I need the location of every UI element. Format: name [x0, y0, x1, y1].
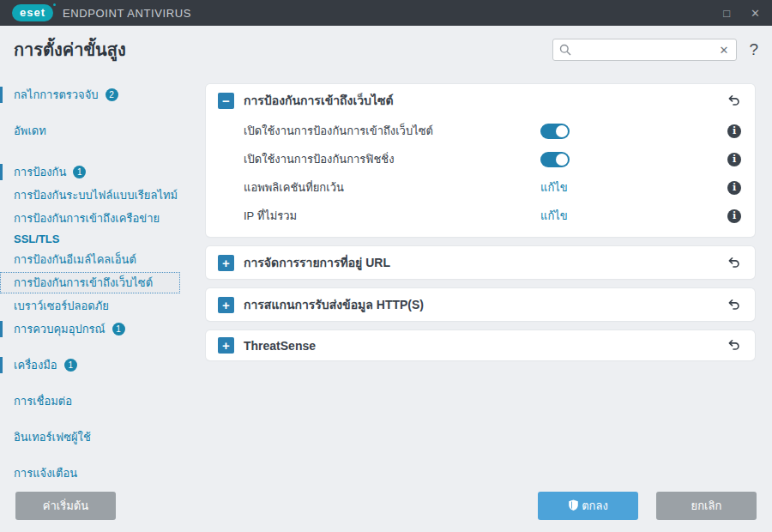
setting-row-enable-antiphishing: เปิดใช้งานการป้องกันการฟิชชิ่ง i: [206, 145, 755, 173]
help-icon[interactable]: ?: [749, 40, 758, 59]
section-title: การจัดการรายการที่อยู่ URL: [244, 253, 390, 272]
info-icon[interactable]: i: [727, 209, 741, 223]
shield-icon: [568, 499, 579, 511]
badge: 1: [112, 323, 125, 336]
section-https-traffic-scanning: + การสแกนการรับส่งข้อมูล HTTP(S): [206, 288, 755, 321]
cancel-button[interactable]: ยกเลิก: [656, 492, 757, 520]
edit-excluded-ips-link[interactable]: แก้ไข: [540, 207, 568, 225]
enable-antiphishing-toggle[interactable]: [540, 152, 570, 167]
revert-icon[interactable]: [727, 338, 741, 353]
enable-web-access-toggle[interactable]: [540, 124, 570, 139]
revert-icon[interactable]: [727, 298, 741, 312]
sidebar-item-realtime-filesystem[interactable]: การป้องกันระบบไฟล์แบบเรียลไทม์: [0, 184, 199, 206]
sidebar-item-label: การป้องกันอีเมล์ไคลเอ็นต์: [14, 253, 136, 266]
sidebar-item-connectivity[interactable]: การเชื่อมต่อ: [0, 390, 199, 412]
expand-icon[interactable]: +: [218, 255, 234, 271]
revert-icon[interactable]: [727, 256, 741, 270]
sidebar-item-detection-engine[interactable]: กลไกการตรวจจับ2: [0, 84, 199, 106]
revert-icon[interactable]: [727, 94, 741, 108]
info-icon[interactable]: i: [727, 124, 741, 138]
section-rows: เปิดใช้งานการป้องกันการเข้าถึงเว็บไซต์ i…: [206, 117, 755, 237]
default-button[interactable]: ค่าเริ่มต้น: [15, 492, 116, 520]
page-title: การตั้งค่าขั้นสูง: [14, 36, 126, 63]
sidebar-item-web-access[interactable]: การป้องกันการเข้าถึงเว็บไซต์: [0, 272, 180, 293]
sidebar-item-label: กลไกการตรวจจับ: [14, 88, 99, 101]
header: การตั้งค่าขั้นสูง ✕ ?: [0, 26, 772, 74]
section-threatsense: + ThreatSense: [206, 330, 755, 360]
edit-excluded-applications-link[interactable]: แก้ไข: [540, 178, 568, 196]
section-title: การสแกนการรับส่งข้อมูล HTTP(S): [244, 295, 424, 314]
sidebar-item-label: เบราว์เซอร์ปลอดภัย: [14, 299, 109, 312]
section-web-access-protection: − การป้องกันการเข้าถึงเว็บไซต์ เปิดใช้งา…: [206, 84, 755, 237]
ok-button-label: ตกลง: [582, 497, 608, 515]
sidebar-item-label: การป้องกันการเข้าถึงเว็บไซต์: [14, 276, 153, 289]
sidebar-item-device-control[interactable]: การควบคุมอุปกรณ์1: [0, 318, 199, 340]
section-title: การป้องกันการเข้าถึงเว็บไซต์: [244, 91, 394, 110]
sidebar-item-label: การเชื่อมต่อ: [14, 395, 72, 408]
product-title: ENDPOINT ANTIVIRUS: [63, 7, 191, 20]
sidebar: กลไกการตรวจจับ2 อัพเดท การป้องกัน1 การป้…: [0, 74, 199, 479]
setting-row-enable-web-access: เปิดใช้งานการป้องกันการเข้าถึงเว็บไซต์ i: [206, 117, 755, 145]
sidebar-item-protections[interactable]: การป้องกัน1: [0, 161, 199, 183]
section-header: + การสแกนการรับส่งข้อมูล HTTP(S): [206, 288, 755, 321]
sidebar-item-ssl-tls[interactable]: SSL/TLS: [0, 231, 199, 247]
ok-button[interactable]: ตกลง: [538, 492, 638, 520]
section-title: ThreatSense: [244, 339, 316, 353]
content: − การป้องกันการเข้าถึงเว็บไซต์ เปิดใช้งา…: [199, 74, 772, 479]
section-header: + ThreatSense: [206, 330, 755, 360]
setting-row-excluded-ips: IP ที่ไม่รวม แก้ไข i: [206, 202, 755, 230]
close-button[interactable]: ✕: [751, 8, 760, 19]
setting-label: เปิดใช้งานการป้องกันการฟิชชิ่ง: [244, 150, 540, 168]
setting-label: แอพพลิเคชันที่ยกเว้น: [244, 178, 540, 196]
expand-icon[interactable]: +: [218, 297, 234, 313]
info-icon[interactable]: i: [727, 181, 741, 195]
badge: 1: [64, 359, 77, 372]
search-clear-icon[interactable]: ✕: [718, 44, 731, 57]
footer-right: ตกลง ยกเลิก: [538, 492, 757, 520]
section-header: + การจัดการรายการที่อยู่ URL: [206, 246, 755, 279]
sidebar-item-label: การควบคุมอุปกรณ์: [14, 323, 106, 336]
titlebar: eset ENDPOINT ANTIVIRUS □ ✕: [0, 0, 772, 26]
sidebar-item-label: การป้องกันการเข้าถึงเครือข่าย: [14, 212, 160, 225]
sidebar-item-label: อัพเดท: [14, 124, 46, 137]
header-right: ✕ ?: [552, 39, 758, 61]
collapse-icon[interactable]: −: [218, 93, 234, 109]
sidebar-item-email-client[interactable]: การป้องกันอีเมล์ไคลเอ็นต์: [0, 249, 199, 270]
search-box: ✕: [552, 39, 737, 61]
sidebar-item-label: การแจ้งเตือน: [14, 467, 77, 480]
search-icon: [559, 44, 571, 56]
badge: 1: [73, 166, 86, 178]
info-icon[interactable]: i: [727, 153, 741, 166]
expand-icon[interactable]: +: [218, 337, 234, 354]
section-url-address-management: + การจัดการรายการที่อยู่ URL: [206, 246, 755, 279]
sidebar-item-network-access[interactable]: การป้องกันการเข้าถึงเครือข่าย: [0, 208, 199, 229]
sidebar-item-secure-browser[interactable]: เบราว์เซอร์ปลอดภัย: [0, 295, 199, 317]
search-input[interactable]: [571, 44, 717, 56]
sidebar-item-notifications[interactable]: การแจ้งเตือน: [0, 462, 199, 484]
eset-logo: eset: [12, 4, 53, 21]
window-controls: □ ✕: [723, 8, 760, 19]
sidebar-item-label: เครื่องมือ: [14, 359, 57, 372]
eset-advanced-setup-window: eset ENDPOINT ANTIVIRUS □ ✕ การตั้งค่าขั…: [0, 0, 772, 532]
maximize-button[interactable]: □: [723, 8, 730, 19]
sidebar-item-label: SSL/TLS: [14, 233, 59, 245]
section-header: − การป้องกันการเข้าถึงเว็บไซต์: [206, 84, 755, 117]
setting-row-excluded-applications: แอพพลิเคชันที่ยกเว้น แก้ไข i: [206, 173, 755, 202]
sidebar-item-update[interactable]: อัพเดท: [0, 120, 199, 142]
sidebar-item-label: อินเทอร์เฟซผู้ใช้: [14, 431, 91, 444]
body: กลไกการตรวจจับ2 อัพเดท การป้องกัน1 การป้…: [0, 74, 772, 479]
sidebar-item-label: การป้องกันระบบไฟล์แบบเรียลไทม์: [14, 189, 178, 202]
setting-label: เปิดใช้งานการป้องกันการเข้าถึงเว็บไซต์: [244, 122, 540, 140]
sidebar-item-user-interface[interactable]: อินเทอร์เฟซผู้ใช้: [0, 426, 199, 448]
sidebar-item-label: การป้องกัน: [14, 166, 66, 178]
badge: 2: [106, 88, 118, 101]
sidebar-item-tools[interactable]: เครื่องมือ1: [0, 354, 199, 376]
setting-label: IP ที่ไม่รวม: [244, 207, 540, 225]
footer: ค่าเริ่มต้น ตกลง ยกเลิก: [0, 479, 772, 532]
